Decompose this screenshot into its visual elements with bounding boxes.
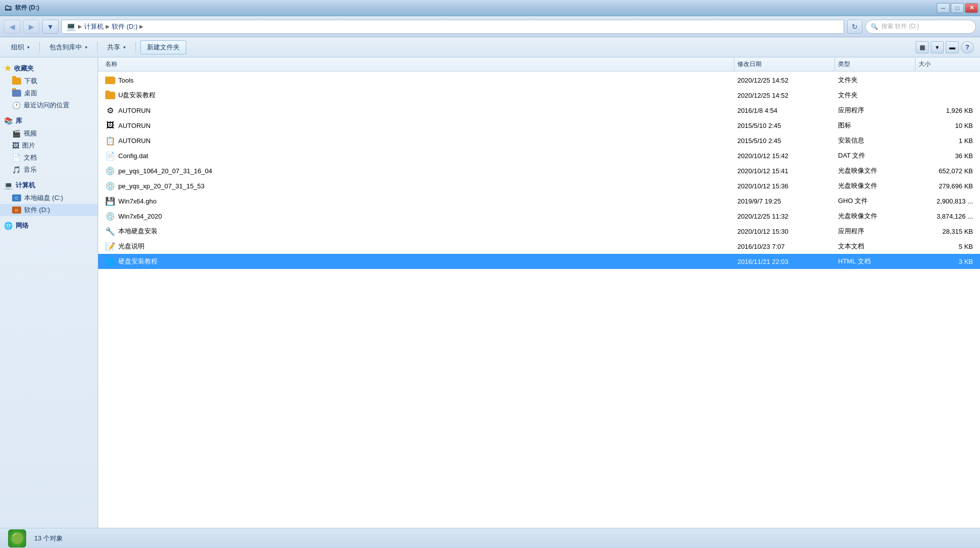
file-type: 光盘映像文件 [835, 212, 916, 221]
table-row[interactable]: 💿 Win7x64_2020 2020/12/25 11:32 光盘映像文件 3… [98, 209, 980, 224]
view-icons: ▦ ▾ ▬ ? [916, 41, 974, 53]
share-button[interactable]: 共享 ▾ [102, 40, 131, 54]
favorites-label: 收藏夹 [14, 64, 34, 73]
file-list-header: 名称 修改日期 类型 大小 [98, 57, 980, 72]
file-type: 文件夹 [835, 91, 916, 100]
dropdown-button[interactable]: ▼ [42, 20, 58, 34]
file-type: 光盘映像文件 [835, 166, 916, 175]
sidebar-item-recent[interactable]: 🕐 最近访问的位置 [0, 99, 98, 111]
organize-button[interactable]: 组织 ▾ [6, 40, 35, 54]
sidebar-item-docs[interactable]: 📄 文档 [0, 152, 98, 164]
local-c-label: 本地磁盘 (C:) [24, 193, 63, 202]
search-placeholder: 搜索 软件 (D:) [881, 22, 919, 31]
file-name: 📝 光盘说明 [102, 242, 734, 251]
downloads-folder-icon [12, 78, 21, 85]
file-size: 1,926 KB [916, 107, 976, 114]
network-section: 🌐 网络 [0, 219, 98, 232]
sidebar-item-desktop[interactable]: 桌面 [0, 87, 98, 99]
table-row[interactable]: U盘安装教程 2020/12/25 14:52 文件夹 [98, 88, 980, 103]
file-type: 图标 [835, 121, 916, 130]
forward-button[interactable]: ▶ [23, 20, 39, 34]
help-button[interactable]: ? [961, 41, 974, 53]
table-row[interactable]: 💿 pe_yqs_xp_20_07_31_15_53 2020/10/12 15… [98, 178, 980, 193]
view-change-button[interactable]: ▦ [916, 41, 929, 53]
table-row[interactable]: 📋 AUTORUN 2015/5/10 2:45 安装信息 1 KB [98, 133, 980, 148]
preview-button[interactable]: ▬ [946, 41, 959, 53]
library-label: 库 [16, 116, 22, 125]
file-name: ⚙ AUTORUN [102, 106, 734, 115]
search-box[interactable]: 🔍 搜索 软件 (D:) [865, 20, 976, 34]
network-header[interactable]: 🌐 网络 [0, 219, 98, 232]
table-row[interactable]: ⚙ AUTORUN 2016/1/8 4:54 应用程序 1,926 KB [98, 103, 980, 118]
new-folder-button[interactable]: 新建文件夹 [140, 40, 186, 54]
sidebar-item-local-c[interactable]: C 本地磁盘 (C:) [0, 192, 98, 204]
file-modified: 2020/10/12 15:30 [734, 228, 835, 235]
local-d-label: 软件 (D:) [24, 206, 50, 215]
breadcrumb-computer[interactable]: 计算机 [84, 22, 104, 31]
file-name: 🌐 硬盘安装教程 [102, 257, 734, 266]
toolbar-divider-3 [135, 42, 136, 53]
file-modified: 2015/5/10 2:45 [734, 122, 835, 129]
share-label: 共享 [107, 43, 120, 52]
back-button[interactable]: ◀ [4, 20, 20, 34]
table-row[interactable]: Tools 2020/12/25 14:52 文件夹 [98, 73, 980, 88]
table-row[interactable]: 💿 pe_yqs_1064_20_07_31_16_04 2020/10/12 … [98, 163, 980, 178]
toolbar: 组织 ▾ 包含到库中 ▾ 共享 ▾ 新建文件夹 ▦ ▾ ▬ ? [0, 37, 980, 57]
recent-icon: 🕐 [12, 101, 21, 109]
file-icon: 📄 [105, 151, 115, 161]
file-modified: 2020/12/25 14:52 [734, 77, 835, 84]
sidebar-item-images[interactable]: 🖼 图片 [0, 140, 98, 152]
empty-space[interactable] [98, 301, 980, 528]
table-row[interactable]: 📝 光盘说明 2016/10/23 7:07 文本文档 5 KB [98, 239, 980, 254]
title-bar: 🗂 软件 (D:) ─ □ ✕ [0, 0, 980, 16]
videos-icon: 🎬 [12, 129, 21, 138]
breadcrumb-drive[interactable]: 软件 (D:) [112, 22, 137, 31]
include-button[interactable]: 包含到库中 ▾ [44, 40, 93, 54]
file-list-area: 名称 修改日期 类型 大小 Tools 2020/12/25 14:52 文件夹 [98, 57, 980, 528]
table-row[interactable]: 🖼 AUTORUN 2015/5/10 2:45 图标 10 KB [98, 118, 980, 133]
view-dropdown-button[interactable]: ▾ [931, 41, 944, 53]
library-header[interactable]: 📚 库 [0, 114, 98, 127]
file-icon: 🔧 [105, 227, 115, 236]
library-icon: 📚 [4, 117, 13, 125]
file-icon: 💾 [105, 196, 115, 206]
music-label: 音乐 [24, 165, 37, 174]
docs-label: 文档 [24, 153, 37, 162]
file-size: 5 KB [916, 243, 976, 250]
file-type: 应用程序 [835, 227, 916, 236]
address-bar: ◀ ▶ ▼ 💻 ▶ 计算机 ▶ 软件 (D:) ▶ ↻ 🔍 搜索 软件 (D:) [0, 16, 980, 37]
local-c-drive-icon: C [12, 194, 21, 201]
favorites-header[interactable]: ★ 收藏夹 [0, 61, 98, 75]
table-row[interactable]: 📄 Config.dat 2020/10/12 15:42 DAT 文件 36 … [98, 148, 980, 163]
favorites-section: ★ 收藏夹 下载 桌面 🕐 最近访问的位置 [0, 61, 98, 111]
new-folder-label: 新建文件夹 [147, 43, 180, 52]
computer-header[interactable]: 💻 计算机 [0, 179, 98, 192]
col-header-size[interactable]: 大小 [916, 57, 976, 71]
sidebar-item-videos[interactable]: 🎬 视频 [0, 127, 98, 140]
file-icon: 💿 [105, 212, 115, 221]
sidebar-item-downloads[interactable]: 下载 [0, 75, 98, 87]
table-row[interactable]: 💾 Win7x64.gho 2019/9/7 19:25 GHO 文件 2,90… [98, 193, 980, 209]
toolbar-divider-2 [97, 42, 98, 53]
table-row[interactable]: 🌐 硬盘安装教程 2016/11/21 22:03 HTML 文档 3 KB [98, 254, 980, 269]
file-list: Tools 2020/12/25 14:52 文件夹 U盘安装教程 2020/1… [98, 72, 980, 301]
file-name: 💾 Win7x64.gho [102, 196, 734, 206]
file-modified: 2016/10/23 7:07 [734, 243, 835, 250]
title-bar-icon: 🗂 [4, 4, 12, 13]
organize-label: 组织 [11, 43, 24, 52]
refresh-button[interactable]: ↻ [847, 20, 862, 34]
sidebar-item-music[interactable]: 🎵 音乐 [0, 164, 98, 176]
maximize-button[interactable]: □ [951, 3, 964, 13]
col-header-name[interactable]: 名称 [102, 57, 734, 71]
minimize-button[interactable]: ─ [937, 3, 950, 13]
col-header-type[interactable]: 类型 [835, 57, 916, 71]
table-row[interactable]: 🔧 本地硬盘安装 2020/10/12 15:30 应用程序 28,315 KB [98, 224, 980, 239]
file-type: 应用程序 [835, 106, 916, 115]
sidebar-item-local-d[interactable]: D 软件 (D:) [0, 204, 98, 216]
file-icon: 📝 [105, 242, 115, 251]
close-button[interactable]: ✕ [965, 3, 978, 13]
file-size: 3 KB [916, 258, 976, 265]
file-icon: ⚙ [105, 106, 115, 115]
col-header-modified[interactable]: 修改日期 [734, 57, 835, 71]
recent-label: 最近访问的位置 [24, 101, 69, 110]
